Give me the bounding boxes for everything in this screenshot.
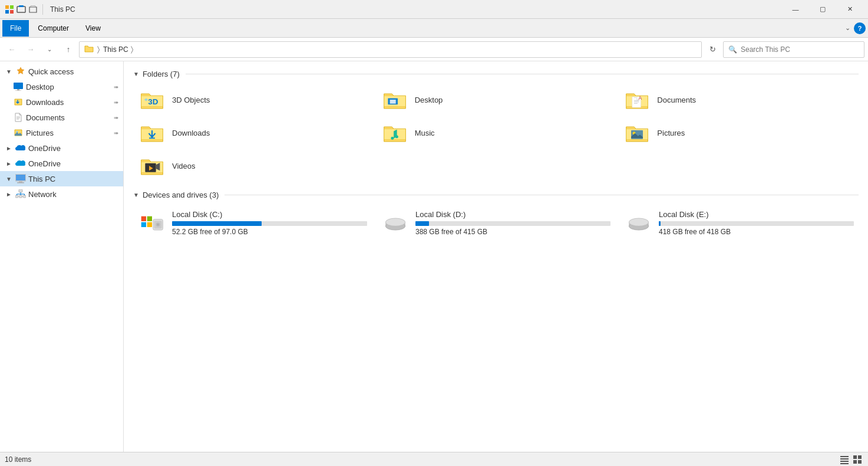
search-box[interactable]: 🔍 [723,41,864,58]
desktop-label: Desktop [26,83,111,91]
folder-desktop[interactable]: Desktop [376,84,616,115]
up-button[interactable]: ↑ [60,41,77,58]
svg-point-51 [629,218,648,226]
tab-view[interactable]: View [78,20,108,37]
onedrive1-chevron: ► [5,144,13,152]
svg-rect-19 [19,195,22,198]
svg-text:3D: 3D [148,97,158,106]
sidebar-quick-access[interactable]: ▼ Quick access [0,64,123,79]
onedrive1-label: OneDrive [28,144,118,153]
large-icons-view-button[interactable] [852,454,863,465]
documents-label: Documents [26,113,111,122]
folders-chevron[interactable]: ▼ [133,71,139,77]
dropdown-button[interactable]: ⌄ [41,41,58,58]
svg-rect-17 [19,189,22,192]
search-icon: 🔍 [728,45,737,54]
svg-rect-57 [858,455,862,459]
drive-d-bar-fill [415,221,429,226]
tab-computer[interactable]: Computer [30,20,77,37]
svg-rect-1 [10,5,14,9]
maximize-button[interactable]: ▢ [809,0,836,19]
search-input[interactable] [741,45,859,54]
svg-rect-37 [147,216,152,221]
title-bar: This PC — ▢ ✕ [0,0,868,19]
folder-documents[interactable]: A Documents [618,84,859,115]
pictures-pin-icon: ➠ [114,130,118,136]
drive-c-name: Local Disk (C:) [172,210,367,219]
back-button[interactable]: ← [4,41,20,58]
folder-pictures[interactable]: Pictures [618,117,859,148]
help-button[interactable]: ? [854,22,866,34]
sidebar-item-documents[interactable]: Documents ➠ [0,110,123,125]
drive-c-bar-bg [172,221,367,226]
drive-c-icon [138,210,166,238]
title-bar-controls[interactable]: — ▢ ✕ [782,0,863,19]
drive-d[interactable]: Local Disk (D:) 388 GB free of 415 GB [377,205,615,243]
network-label: Network [28,190,118,199]
sidebar: ▼ Quick access Desktop ➠ [0,61,124,452]
drive-c-bar-fill [172,221,262,226]
folder-music-icon [381,121,409,145]
quick-access-chevron: ▼ [5,67,13,76]
svg-rect-58 [853,460,857,464]
drive-c[interactable]: Local Disk (C:) 52.2 GB free of 97.0 GB [133,205,372,243]
svg-rect-5 [19,5,24,7]
svg-rect-16 [17,182,24,183]
desktop-icon-small [13,81,24,92]
svg-rect-55 [840,463,849,464]
onedrive2-icon [15,158,26,169]
sidebar-item-onedrive1[interactable]: ► OneDrive [0,140,123,156]
folder-3dobjects[interactable]: 3D 3D Objects [133,84,374,115]
close-button[interactable]: ✕ [836,0,863,19]
documents-pin-icon: ➠ [114,114,118,121]
ribbon: File Computer View ⌄ ? [0,19,868,38]
drive-d-space: 388 GB free of 415 GB [415,228,610,236]
folder-pictures-icon [623,121,651,145]
sidebar-item-onedrive2[interactable]: ► OneDrive [0,156,123,171]
content-area: ▼ Folders (7) 3D 3D Objects [124,61,868,452]
downloads-icon-small [13,97,24,107]
address-path[interactable]: 〉 This PC 〉 [79,41,702,58]
sidebar-item-downloads[interactable]: Downloads ➠ [0,94,123,110]
folder-videos[interactable]: Videos [133,150,374,181]
refresh-button[interactable]: ↻ [704,41,721,58]
drive-e[interactable]: Local Disk (E:) 418 GB free of 418 GB [620,205,859,243]
sidebar-item-network[interactable]: ► Network [0,186,123,202]
sidebar-item-desktop[interactable]: Desktop ➠ [0,79,123,94]
tab-file[interactable]: File [2,20,29,37]
quick-access-label: Quick access [28,67,118,76]
svg-text:A: A [639,95,642,101]
network-icon [15,189,26,199]
folders-section-title: Folders (7) [143,70,180,78]
svg-rect-26 [634,101,639,102]
onedrive2-chevron: ► [5,159,13,168]
folder-music-label: Music [415,129,435,137]
path-separator-2: 〉 [131,45,133,54]
folder-downloads-label: Downloads [172,129,210,137]
folder-downloads-icon [138,121,166,145]
svg-rect-4 [17,6,25,12]
folder-downloads[interactable]: Downloads [133,117,374,148]
folder-desktop-icon [381,88,409,111]
drive-e-bar-bg [659,221,854,226]
onedrive2-label: OneDrive [28,159,118,168]
status-item-count: 10 items [5,455,31,464]
devices-chevron[interactable]: ▼ [133,192,139,198]
folder-music[interactable]: Music [376,117,616,148]
status-bar: 10 items [0,452,868,466]
thispc-label: This PC [28,175,118,183]
folder-desktop-label: Desktop [415,96,443,104]
folder-documents-icon: A [623,88,651,111]
drive-c-info: Local Disk (C:) 52.2 GB free of 97.0 GB [172,210,367,236]
svg-rect-14 [16,175,25,181]
svg-rect-7 [17,89,19,90]
onedrive1-icon [15,143,26,153]
folder-pictures-label: Pictures [657,129,685,137]
minimize-button[interactable]: — [782,0,809,19]
sidebar-item-thispc[interactable]: ▼ This PC [0,171,123,186]
forward-button[interactable]: → [22,41,39,58]
folders-section-header: ▼ Folders (7) [133,70,859,78]
details-view-button[interactable] [839,454,850,465]
sidebar-item-pictures[interactable]: Pictures ➠ [0,125,123,140]
svg-rect-8 [15,90,21,91]
